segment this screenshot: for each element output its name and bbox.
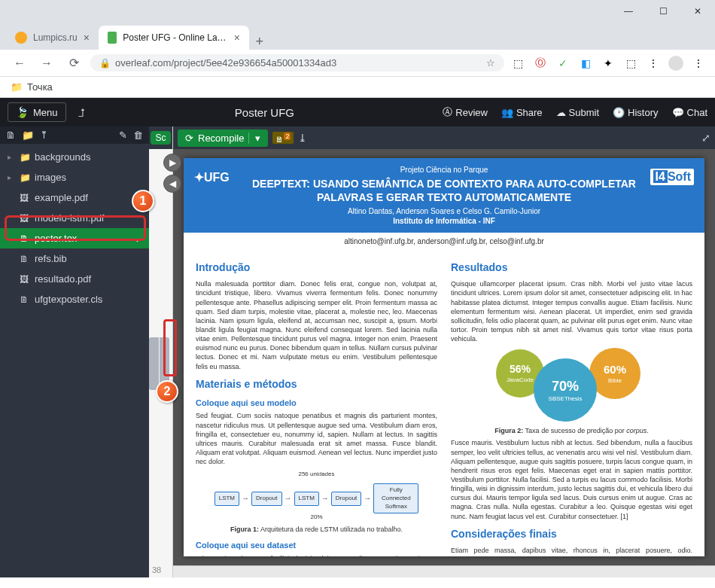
bookmark-folder[interactable]: 📁Точка (11, 81, 53, 93)
pdf-viewport[interactable]: ✦UFG I4Soft Projeto Ciência no Parque DE… (173, 149, 715, 565)
poster-title: DEEPTEXT: USANDO SEMÂNTICA DE CONTEXTO P… (194, 177, 694, 204)
folder-icon: 📁 (20, 172, 30, 183)
chevron-down-icon[interactable]: ⌄ (133, 233, 141, 244)
sidebar-toolbar: 🗎 📁 ⤒ ✎ 🗑 (0, 126, 149, 144)
close-button[interactable]: ✕ (680, 6, 715, 17)
address-row: ← → ⟳ 🔒 overleaf.com/project/5ee42e93665… (0, 50, 715, 77)
extensions: ⬚ Ⓞ ✓ ◧ ✦ ⬚ ⋮ ⋮ (510, 56, 706, 71)
pdf-icon: 🖼 (20, 213, 30, 224)
new-folder-icon[interactable]: 📁 (22, 129, 34, 141)
file-cls[interactable]: 🗎ufgtexposter.cls (0, 289, 149, 309)
home-icon[interactable]: ⮥ (77, 107, 87, 118)
poster-authors: Altino Dantas, Anderson Soares e Celso G… (194, 207, 694, 215)
text-intro: Nulla malesuada porttitor diam. Donec fe… (196, 279, 437, 370)
tex-icon: 🗎 (20, 233, 30, 244)
upload-icon[interactable]: ⤒ (40, 129, 48, 141)
lock-icon: 🔒 (99, 58, 111, 69)
review-button[interactable]: ⒶReview (443, 105, 488, 119)
refresh-icon: ⟳ (185, 133, 193, 144)
figure-2: 56%JavaCode 70%SBSEThesis 60%Bible (451, 348, 692, 423)
collapse-right-icon[interactable]: ▶ (163, 154, 181, 172)
submit-icon: ☁ (556, 107, 566, 118)
chat-icon: 💬 (672, 107, 684, 118)
folder-icon: 📁 (11, 81, 23, 93)
file-refs[interactable]: 🗎refs.bib (0, 248, 149, 269)
figure-1: LSTM→ Dropout→ LSTM→ Dropout→ Fully Conn… (196, 476, 437, 516)
favicon-icon (108, 32, 117, 44)
tabs-row: Lumpics.ru × Poster UFG - Online LaTeX E… (0, 23, 715, 50)
file-example[interactable]: 🖼example.pdf (0, 187, 149, 208)
recompile-button[interactable]: ⟳ Recompile ▾ (178, 129, 268, 147)
close-icon[interactable]: × (84, 32, 90, 44)
circle-sbse: 70%SBSEThesis (534, 358, 597, 422)
text-results2: Fusce mauris. Vestibulum luctus nibh at … (451, 438, 692, 520)
collapse-left-icon[interactable]: ◀ (163, 175, 181, 193)
folder-backgrounds[interactable]: ▸📁backgrounds (0, 147, 149, 167)
file-sidebar: 🗎 📁 ⤒ ✎ 🗑 ▸📁backgrounds ▸📁images 🖼exampl… (0, 126, 149, 577)
poster-emails: altinoneto@inf.ufg.br, anderson@inf.ufg.… (184, 233, 704, 250)
file-poster-tex[interactable]: 🗎poster.tex⌄ (0, 228, 149, 248)
fig2-caption: Figura 2: Taxa de sucesso de predição po… (451, 426, 692, 435)
folder-images[interactable]: ▸📁images (0, 167, 149, 187)
ext-icon[interactable]: ✓ (555, 56, 570, 71)
app-topbar: 🍃 Menu ⮥ Poster UFG ⒶReview 👥Share ☁Subm… (0, 98, 715, 126)
close-icon[interactable]: × (234, 32, 240, 44)
rename-icon[interactable]: ✎ (119, 129, 127, 141)
text-final: Etiam pede massa, dapibus vitae, rhoncus… (451, 546, 692, 556)
text-model: Sed feugiat. Cum sociis natoque penatibu… (196, 411, 437, 466)
share-button[interactable]: 👥Share (501, 107, 543, 118)
ext-icon[interactable]: ◧ (578, 56, 593, 71)
expand-icon[interactable]: ⤢ (701, 132, 710, 144)
ext-icon[interactable]: ⋮ (646, 56, 661, 71)
tab-label: Lumpics.ru (33, 32, 78, 43)
menu-button[interactable]: 🍃 Menu (8, 102, 66, 122)
text-results: Quisque ullamcorper placerat ipsum. Cras… (451, 279, 692, 343)
back-button[interactable]: ← (9, 56, 30, 70)
pdf-icon: 🖼 (20, 193, 30, 203)
annotation-marker-1: 1 (132, 190, 154, 212)
ext-icon[interactable]: ✦ (601, 56, 616, 71)
tab-overleaf[interactable]: Poster UFG - Online LaTeX Editor × (99, 26, 249, 50)
fig1-caption: Figura 1: Figura 1: Arquitetura da rede … (196, 525, 437, 534)
star-icon[interactable]: ☆ (486, 57, 495, 69)
minimize-button[interactable]: — (611, 6, 646, 17)
annotation-marker-2: 2 (156, 380, 178, 403)
circle-bible: 60%Bible (589, 348, 640, 399)
source-button[interactable]: Sc (151, 131, 170, 145)
bookmarks-bar: 📁Точка (0, 77, 715, 98)
poster-institute: Instituto de Informática - INF (194, 217, 694, 225)
isoft-logo: I4Soft (650, 169, 694, 185)
avatar[interactable] (668, 56, 683, 71)
heading-results: Resultados (451, 260, 692, 275)
file-modelo[interactable]: 🖼modelo-lstm.pdf (0, 208, 149, 228)
chat-button[interactable]: 💬Chat (672, 107, 707, 118)
forward-button[interactable]: → (36, 56, 57, 70)
tab-label: Poster UFG - Online LaTeX Editor (123, 32, 227, 43)
maximize-button[interactable]: ☐ (646, 6, 680, 17)
menu-icon[interactable]: ⋮ (691, 56, 706, 71)
reload-button[interactable]: ⟳ (63, 56, 84, 70)
ext-icon[interactable]: ⬚ (510, 56, 525, 71)
history-button[interactable]: 🕑History (613, 107, 658, 118)
logs-button[interactable]: 🗎2 (272, 132, 294, 145)
horizontal-scrollbar[interactable] (173, 565, 715, 577)
ext-icon[interactable]: Ⓞ (533, 56, 548, 71)
submit-button[interactable]: ☁Submit (556, 107, 599, 118)
new-file-icon[interactable]: 🗎 (6, 129, 16, 141)
tab-lumpics[interactable]: Lumpics.ru × (6, 26, 99, 50)
new-tab-button[interactable]: + (249, 34, 270, 50)
heading-intro: Introdução (196, 260, 437, 275)
url-text: overleaf.com/project/5ee42e936654a500013… (115, 57, 336, 69)
history-icon: 🕑 (613, 107, 625, 118)
heading-materials: Materiais e métodos (196, 377, 437, 391)
download-icon[interactable]: ⤓ (298, 132, 307, 144)
chevron-down-icon[interactable]: ▾ (248, 133, 260, 144)
file-tree: ▸📁backgrounds ▸📁images 🖼example.pdf 🖼mod… (0, 144, 149, 312)
preview-toolbar: ⟳ Recompile ▾ 🗎2 ⤓ ⤢ (173, 126, 715, 149)
delete-icon[interactable]: 🗑 (133, 129, 143, 141)
address-bar[interactable]: 🔒 overleaf.com/project/5ee42e936654a5000… (90, 54, 504, 72)
text-dataset: Etiam euismod. Fusce facilisis lacinia d… (196, 554, 437, 556)
cls-icon: 🗎 (20, 294, 30, 305)
file-resultado[interactable]: 🖼resultado.pdf (0, 269, 149, 289)
ext-icon[interactable]: ⬚ (623, 56, 638, 71)
